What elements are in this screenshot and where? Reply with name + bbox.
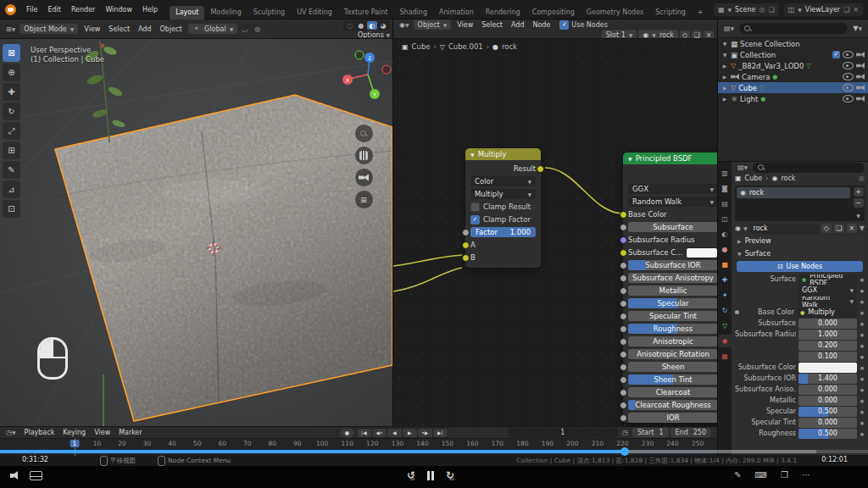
zoom-button[interactable] (355, 125, 373, 142)
bsdf-row-roughness[interactable]: Roughness (628, 324, 717, 334)
menu-render[interactable]: Render (66, 6, 100, 14)
modifiers-tab[interactable]: ✚ (718, 274, 732, 286)
disclosure-icon[interactable]: ▼ (721, 52, 728, 58)
decorator-dot-icon[interactable]: ● (860, 354, 865, 359)
collection-checkbox[interactable]: ✓ (832, 51, 840, 58)
ior-input-socket[interactable] (620, 414, 627, 422)
current-frame-indicator[interactable]: 1 (70, 440, 80, 447)
specular-tint-slider[interactable]: Specular Tint (628, 311, 717, 321)
bsdf-row-subsurface-radius[interactable]: Subsurface Radius (628, 235, 717, 245)
perspective-toggle-button[interactable]: ⊞ (355, 191, 373, 208)
shader-node-editor[interactable]: ◉▼ Object ▼ ViewSelectAddNode ✓ Use Node… (392, 19, 717, 426)
menu-add[interactable]: Add (507, 21, 529, 29)
outliner-search-input[interactable] (739, 23, 848, 34)
base-color-input-socket[interactable] (620, 211, 627, 219)
subsurface-aniso-slider[interactable]: 0.000 (798, 385, 857, 395)
multiply-node[interactable]: ▼ Multiply Result Color▼ Multiply▼ Clamp… (465, 148, 541, 268)
menu-edit[interactable]: Edit (42, 6, 66, 14)
decorator-dot-icon[interactable]: ● (860, 343, 865, 348)
bsdf-row-ior[interactable]: IOR (628, 413, 717, 423)
random-walk-dropdown[interactable]: Random Walk▼ (798, 297, 857, 307)
value-slider[interactable]: 0.200 (798, 341, 857, 351)
clamp-result-toggle[interactable]: Clamp Result (470, 202, 536, 212)
material-preview-shading-icon[interactable]: ◐ (367, 21, 377, 30)
forward-30-button[interactable]: ↻30 (446, 469, 454, 481)
random-walk-dropdown[interactable]: Random Walk▼ (628, 197, 717, 207)
roughness-input-socket[interactable] (620, 325, 627, 333)
transform-tool[interactable]: ⊞ (3, 141, 20, 159)
tab-texture-paint[interactable]: Texture Paint (338, 6, 394, 19)
menu-help[interactable]: Help (137, 6, 163, 14)
render-tab[interactable]: ◙ (718, 182, 732, 195)
specular-input-socket[interactable] (620, 300, 627, 308)
bsdf-row-metallic[interactable]: Metallic (628, 286, 717, 296)
decorator-dot-icon[interactable]: ● (860, 420, 865, 425)
ggx-dropdown[interactable]: GGX▼ (628, 184, 717, 194)
previous-keyframe-button[interactable]: ◀• (372, 429, 387, 437)
video-seekbar[interactable] (0, 450, 868, 453)
subtitles-icon[interactable] (30, 471, 42, 480)
edit-icon[interactable]: ✎ (734, 470, 741, 480)
collapse-icon[interactable]: ▼ (470, 152, 475, 158)
decorator-dot-icon[interactable]: ● (860, 321, 865, 326)
outliner-row-light[interactable]: ▶☼Light● (718, 93, 868, 104)
fake-user-shield-icon[interactable]: ◇ (821, 224, 832, 233)
clearcoat-input-socket[interactable] (620, 389, 627, 396)
copy-icon[interactable]: ❏ (834, 224, 844, 233)
unlink-icon[interactable]: × (847, 224, 857, 233)
bsdf-row-subsurface-c[interactable]: Subsurface C... (628, 247, 717, 258)
menu-select[interactable]: Select (104, 25, 134, 33)
editor-type-icon[interactable]: ◷▼ (3, 429, 19, 436)
value-slider[interactable]: 0.100 (798, 352, 857, 362)
subsurface-radius-slider[interactable]: 1.000 (798, 330, 857, 340)
subsurface-c-input-socket[interactable] (620, 249, 627, 257)
specular-slider[interactable]: 0.500 (798, 407, 857, 417)
subsurface-color-color-swatch[interactable] (798, 363, 857, 373)
surface-selector[interactable]: ●Principled BSDF (798, 274, 857, 285)
tool-tab[interactable]: ▥ (718, 167, 732, 180)
bsdf-row-clearcoat-roughness[interactable]: Clearcoat Roughness (628, 400, 717, 410)
tab-uv-editing[interactable]: UV Editing (291, 6, 338, 19)
menu-playback[interactable]: Playback (20, 429, 59, 436)
disclosure-icon[interactable]: ▶ (721, 63, 728, 69)
bsdf-row-subsurface[interactable]: Subsurface (628, 222, 717, 232)
sheen-tint-slider[interactable]: Sheen Tint (628, 374, 717, 385)
tab-rendering[interactable]: Rendering (480, 6, 526, 19)
anisotropic-input-socket[interactable] (620, 338, 627, 346)
pan-button[interactable] (355, 147, 373, 164)
sheen-slider[interactable]: Sheen (628, 362, 717, 372)
specular-tint-slider[interactable]: 0.000 (798, 418, 857, 428)
decorator-dot-icon[interactable]: ● (860, 299, 865, 304)
outliner-row-cube[interactable]: ▶▽Cube▽ (718, 82, 868, 93)
eye-icon[interactable] (843, 84, 854, 92)
solid-shading-icon[interactable]: ● (356, 21, 366, 30)
clearcoat-slider[interactable]: Clearcoat (628, 387, 717, 397)
menu-node[interactable]: Node (528, 21, 554, 29)
tab-modeling[interactable]: Modeling (204, 6, 247, 19)
editor-type-icon[interactable]: ◉▼ (397, 21, 412, 29)
scene-selector[interactable]: ▦ ▼ Scene ◎ ❏ (714, 3, 779, 16)
measure-tool[interactable]: ⊿ (3, 180, 20, 198)
bsdf-row-subsurface-anisotropy[interactable]: Subsurface Anisotropy (628, 273, 717, 283)
menu-marker[interactable]: Marker (114, 429, 147, 436)
clamp-factor-toggle[interactable]: ✓ Clamp Factor (470, 214, 536, 225)
decorator-dot-icon[interactable]: ● (860, 409, 865, 414)
particles-tab[interactable]: ✦ (718, 289, 732, 302)
specular-tint-input-socket[interactable] (620, 313, 627, 320)
decorator-dot-icon[interactable]: ● (860, 310, 865, 315)
metallic-slider[interactable]: Metallic (628, 286, 717, 296)
subsurface-c-swatch[interactable] (686, 247, 717, 258)
copy-icon[interactable]: ❏ (843, 6, 849, 14)
subsurface-ior-input-socket[interactable] (620, 262, 627, 269)
clearcoat-roughness-slider[interactable]: Clearcoat Roughness (628, 400, 717, 410)
wireframe-shading-icon[interactable]: ◌ (345, 21, 355, 30)
mode-selector[interactable]: Object Mode ▼ (19, 24, 78, 34)
menu-keying[interactable]: Keying (58, 429, 90, 436)
view-layer-selector[interactable]: ◫ ▼ ViewLayer ❏ × (784, 3, 863, 16)
bsdf-row-specular[interactable]: Specular (628, 298, 717, 308)
outliner-row-scene-collection[interactable]: ▼ ▦ Scene Collection (718, 38, 868, 49)
subsurface-ior-slider[interactable]: 1.400 (798, 374, 857, 384)
tab-item[interactable]: + (692, 6, 709, 19)
result-output-socket[interactable] (537, 165, 544, 173)
next-keyframe-button[interactable]: •▶ (418, 429, 432, 437)
